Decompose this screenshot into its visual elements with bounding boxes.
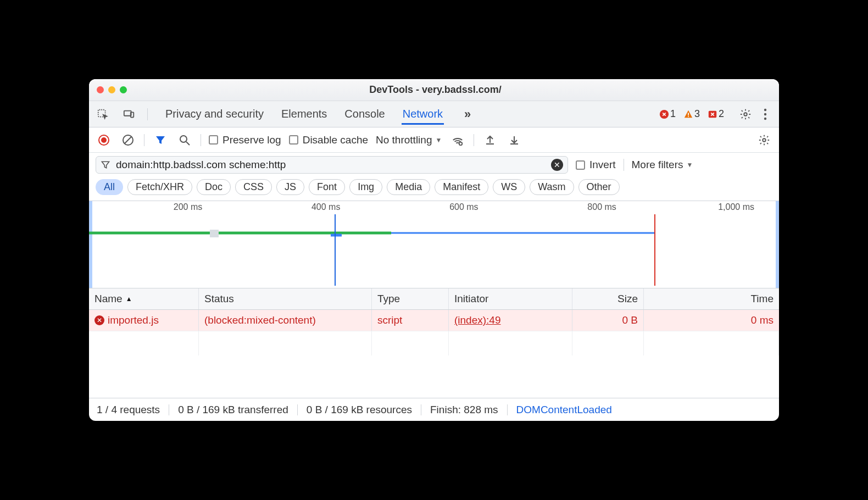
filter-bar: ✕ Invert More filters ▼ bbox=[89, 153, 779, 177]
device-icon[interactable] bbox=[121, 106, 137, 123]
svg-rect-20 bbox=[210, 230, 219, 237]
maximize-icon[interactable] bbox=[120, 86, 127, 93]
traffic-lights bbox=[97, 86, 127, 93]
main-tabstrip: Privacy and security Elements Console Ne… bbox=[89, 101, 779, 127]
request-table: Name▲ Status Type Initiator Size Time ✕i… bbox=[89, 288, 779, 398]
more-filters-button[interactable]: More filters ▼ bbox=[632, 159, 693, 171]
issues-count: 2 bbox=[719, 108, 724, 120]
tab-privacy[interactable]: Privacy and security bbox=[164, 103, 265, 125]
record-icon[interactable] bbox=[96, 132, 112, 148]
error-count: 1 bbox=[670, 108, 676, 120]
more-tabs-icon[interactable]: » bbox=[459, 106, 476, 123]
status-resources: 0 B / 169 kB resources bbox=[307, 404, 412, 416]
table-header: Name▲ Status Type Initiator Size Time bbox=[89, 288, 779, 310]
svg-point-15 bbox=[180, 136, 187, 142]
status-bar: 1 / 4 requests 0 B / 169 kB transferred … bbox=[89, 398, 779, 421]
svg-point-17 bbox=[459, 142, 463, 145]
type-all[interactable]: All bbox=[96, 179, 123, 195]
filter-input[interactable] bbox=[116, 159, 546, 171]
sort-asc-icon: ▲ bbox=[126, 295, 132, 303]
svg-rect-2 bbox=[131, 112, 134, 117]
type-other[interactable]: Other bbox=[578, 179, 620, 195]
table-row[interactable]: ✕imported.js (blocked:mixed-content) scr… bbox=[89, 310, 779, 331]
search-icon[interactable] bbox=[176, 132, 193, 148]
export-har-icon[interactable] bbox=[506, 132, 522, 148]
type-manifest[interactable]: Manifest bbox=[435, 179, 488, 195]
col-name[interactable]: Name▲ bbox=[89, 288, 199, 309]
svg-point-12 bbox=[101, 137, 107, 143]
filter-input-wrap[interactable]: ✕ bbox=[96, 156, 568, 174]
network-conditions-icon[interactable] bbox=[449, 132, 466, 148]
col-size[interactable]: Size bbox=[572, 288, 644, 309]
type-css[interactable]: CSS bbox=[235, 179, 272, 195]
issues-badge[interactable]: 2 bbox=[705, 108, 726, 120]
overview-ticks: 200 ms 400 ms 600 ms 800 ms 1,000 ms bbox=[89, 202, 779, 212]
tab-elements[interactable]: Elements bbox=[280, 103, 328, 125]
invert-checkbox[interactable]: Invert bbox=[576, 159, 616, 171]
col-type[interactable]: Type bbox=[372, 288, 449, 309]
throttling-select[interactable]: No throttling ▼ bbox=[376, 134, 442, 146]
cell-initiator[interactable]: (index):49 bbox=[454, 314, 501, 326]
filter-icon[interactable] bbox=[152, 132, 169, 148]
warning-badge[interactable]: 3 bbox=[681, 108, 702, 120]
cell-time: 0 ms bbox=[644, 310, 779, 331]
svg-line-16 bbox=[186, 142, 190, 145]
cell-size: 0 B bbox=[572, 310, 644, 331]
kebab-icon[interactable] bbox=[757, 106, 774, 123]
devtools-window: DevTools - very.badssl.com/ Privacy and … bbox=[89, 79, 779, 421]
svg-point-9 bbox=[764, 113, 766, 115]
close-icon[interactable] bbox=[97, 86, 104, 93]
titlebar: DevTools - very.badssl.com/ bbox=[89, 79, 779, 101]
cell-type: script bbox=[372, 310, 449, 331]
col-time[interactable]: Time bbox=[644, 288, 779, 309]
type-fetchxhr[interactable]: Fetch/XHR bbox=[127, 179, 192, 195]
svg-point-10 bbox=[764, 117, 766, 119]
svg-rect-5 bbox=[688, 115, 689, 116]
table-row-empty bbox=[89, 331, 779, 355]
svg-point-7 bbox=[744, 113, 747, 116]
col-status[interactable]: Status bbox=[199, 288, 372, 309]
cell-name: imported.js bbox=[108, 314, 159, 326]
svg-rect-4 bbox=[688, 113, 689, 115]
network-toolbar: Preserve log Disable cache No throttling… bbox=[89, 127, 779, 153]
timeline-overview[interactable]: 200 ms 400 ms 600 ms 800 ms 1,000 ms bbox=[89, 201, 779, 288]
preserve-log-checkbox[interactable]: Preserve log bbox=[209, 134, 281, 146]
minimize-icon[interactable] bbox=[108, 86, 115, 93]
funnel-icon bbox=[101, 160, 110, 170]
error-badge[interactable]: 1 bbox=[657, 108, 678, 120]
status-requests: 1 / 4 requests bbox=[97, 404, 160, 416]
svg-rect-1 bbox=[124, 110, 131, 115]
disable-cache-checkbox[interactable]: Disable cache bbox=[289, 134, 368, 146]
overview-chart bbox=[89, 214, 779, 286]
type-ws[interactable]: WS bbox=[493, 179, 525, 195]
clear-filter-icon[interactable]: ✕ bbox=[551, 159, 563, 171]
type-js[interactable]: JS bbox=[276, 179, 304, 195]
status-finish: Finish: 828 ms bbox=[430, 404, 498, 416]
cell-status: (blocked:mixed-content) bbox=[199, 310, 372, 331]
svg-point-18 bbox=[763, 138, 766, 142]
status-transferred: 0 B / 169 kB transferred bbox=[178, 404, 288, 416]
type-media[interactable]: Media bbox=[387, 179, 430, 195]
warning-count: 3 bbox=[694, 108, 700, 120]
col-initiator[interactable]: Initiator bbox=[449, 288, 572, 309]
panel-tabs: Privacy and security Elements Console Ne… bbox=[164, 103, 476, 125]
type-font[interactable]: Font bbox=[309, 179, 345, 195]
import-har-icon[interactable] bbox=[482, 132, 498, 148]
type-doc[interactable]: Doc bbox=[197, 179, 231, 195]
chevron-down-icon: ▼ bbox=[435, 136, 442, 144]
inspect-icon[interactable] bbox=[94, 106, 111, 123]
status-dcl[interactable]: DOMContentLoaded bbox=[516, 404, 612, 416]
type-wasm[interactable]: Wasm bbox=[530, 179, 574, 195]
window-title: DevTools - very.badssl.com/ bbox=[127, 84, 744, 96]
panel-settings-icon[interactable] bbox=[756, 132, 772, 148]
clear-icon[interactable] bbox=[120, 132, 136, 148]
svg-point-8 bbox=[764, 108, 766, 110]
chevron-down-icon: ▼ bbox=[687, 161, 693, 169]
svg-line-14 bbox=[125, 137, 131, 143]
tab-network[interactable]: Network bbox=[402, 103, 444, 125]
settings-icon[interactable] bbox=[737, 106, 754, 123]
type-img[interactable]: Img bbox=[349, 179, 382, 195]
tab-console[interactable]: Console bbox=[343, 103, 386, 125]
resource-type-filters: All Fetch/XHR Doc CSS JS Font Img Media … bbox=[89, 177, 779, 201]
blocked-icon: ✕ bbox=[94, 315, 104, 325]
